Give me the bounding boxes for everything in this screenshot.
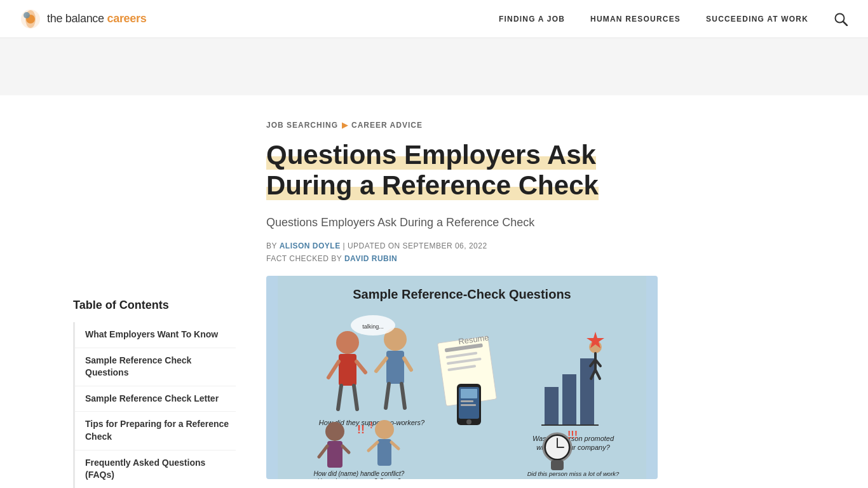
toc-item-1: What Employers Want To Know	[75, 322, 236, 348]
svg-rect-33	[461, 400, 473, 402]
main-layout: Table of Contents What Employers Want To…	[53, 95, 815, 488]
svg-text:talking...: talking...	[362, 323, 384, 330]
svg-text:How about pressure? Stress?: How about pressure? Stress?	[317, 478, 401, 479]
illustration-svg: Sample Reference-Check Questions tal	[266, 276, 658, 479]
breadcrumb-career-advice[interactable]: CAREER ADVICE	[351, 121, 423, 130]
svg-text:Sample Reference-Check Questio: Sample Reference-Check Questions	[353, 287, 571, 301]
nav-succeeding-at-work[interactable]: SUCCEEDING AT WORK	[706, 15, 808, 24]
toc-title: Table of Contents	[73, 299, 236, 312]
sidebar: Table of Contents What Employers Want To…	[73, 95, 251, 488]
svg-text:!!!: !!!	[567, 430, 578, 440]
article-title-wrapper: Questions Employers Ask During a Referen…	[266, 140, 658, 201]
toc-item-5: Frequently Asked Questions (FAQs)	[75, 451, 236, 488]
svg-point-8	[336, 331, 359, 354]
site-header: the balance careers FINDING A JOB HUMAN …	[0, 0, 868, 38]
ad-banner	[0, 38, 868, 95]
logo-text: the balance careers	[47, 12, 146, 25]
svg-line-5	[843, 22, 847, 25]
svg-rect-32	[461, 389, 477, 398]
author-line: BY ALISON DOYLE | Updated on September 0…	[266, 241, 658, 250]
toc-item-2: Sample Reference Check Questions	[75, 348, 236, 386]
toc-list: What Employers Want To Know Sample Refer…	[73, 322, 236, 488]
toc-link-4[interactable]: Tips for Preparing for a Reference Check	[85, 418, 236, 443]
fact-checker-name[interactable]: DAVID RUBIN	[344, 254, 397, 263]
toc-link-5[interactable]: Frequently Asked Questions (FAQs)	[85, 457, 236, 482]
svg-text:!: !	[370, 420, 373, 430]
svg-rect-49	[580, 358, 594, 425]
svg-rect-9	[339, 354, 356, 386]
svg-text:Did this person miss a lot of : Did this person miss a lot of work?	[527, 470, 620, 477]
svg-rect-47	[545, 387, 559, 425]
breadcrumb-separator: ▶	[342, 121, 348, 130]
article: JOB SEARCHING ▶ CAREER ADVICE Questions …	[251, 95, 658, 488]
svg-rect-36	[327, 441, 342, 468]
svg-rect-65	[551, 460, 564, 470]
breadcrumb-job-searching[interactable]: JOB SEARCHING	[266, 121, 338, 130]
svg-text:!!: !!	[357, 423, 365, 436]
nav-finding-a-job[interactable]: FINDING A JOB	[499, 15, 565, 24]
toc-item-3: Sample Reference Check Letter	[75, 386, 236, 412]
author-name[interactable]: ALISON DOYLE	[280, 241, 341, 250]
fact-check-prefix: FACT CHECKED BY	[266, 254, 342, 263]
toc-link-3[interactable]: Sample Reference Check Letter	[85, 393, 236, 405]
main-nav: FINDING A JOB HUMAN RESOURCES SUCCEEDING…	[499, 12, 848, 26]
svg-point-39	[375, 420, 394, 439]
svg-point-35	[325, 422, 344, 441]
article-title-text: Questions Employers Ask During a Referen…	[266, 140, 599, 200]
svg-text:How did (name) handle conflict: How did (name) handle conflict?	[314, 470, 405, 477]
svg-rect-34	[461, 404, 476, 406]
author-updated: | Updated on September 06, 2022	[343, 241, 487, 250]
author-prefix: BY	[266, 241, 277, 250]
logo[interactable]: the balance careers	[20, 9, 146, 29]
svg-rect-40	[377, 439, 391, 466]
search-button[interactable]	[834, 12, 848, 26]
nav-human-resources[interactable]: HUMAN RESOURCES	[590, 15, 681, 24]
svg-point-3	[24, 12, 30, 18]
svg-rect-48	[562, 374, 576, 425]
svg-point-31	[466, 419, 471, 424]
article-title: Questions Employers Ask During a Referen…	[266, 140, 658, 201]
fact-check-line: FACT CHECKED BY DAVID RUBIN	[266, 254, 658, 263]
search-icon	[834, 12, 848, 26]
toc-link-2[interactable]: Sample Reference Check Questions	[85, 355, 236, 379]
logo-icon	[20, 9, 41, 29]
toc-item-4: Tips for Preparing for a Reference Check	[75, 412, 236, 450]
article-subtitle: Questions Employers Ask During a Referen…	[266, 214, 658, 231]
svg-rect-15	[386, 351, 404, 384]
breadcrumb: JOB SEARCHING ▶ CAREER ADVICE	[266, 121, 658, 130]
hero-image: Sample Reference-Check Questions tal	[266, 276, 658, 479]
svg-text:Were they frequently late? Wer: Were they frequently late? Were there	[522, 478, 624, 479]
toc-link-1[interactable]: What Employers Want To Know	[85, 329, 236, 341]
